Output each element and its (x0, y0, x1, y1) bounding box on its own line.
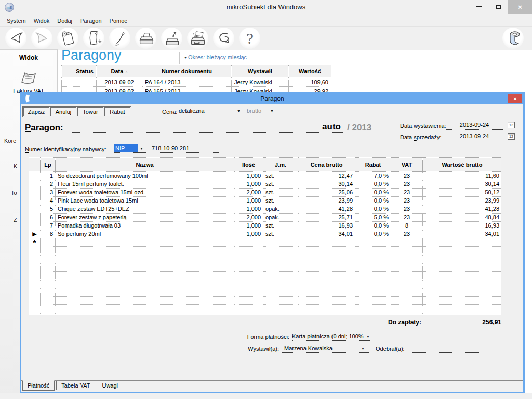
menu-item-widok[interactable]: Widok (33, 17, 50, 25)
cell-value: 109,60 (289, 77, 331, 87)
item-row[interactable]: 1So dezodorant perfumowany 100ml1,000szt… (29, 172, 502, 180)
nav-back-button[interactable] (5, 28, 26, 49)
cell-nazwa (56, 297, 234, 305)
calendar-icon[interactable]: 12 (508, 133, 515, 140)
cell-marker (29, 222, 41, 230)
cell-cena: 25,71 (298, 214, 355, 222)
undo-button[interactable] (213, 28, 234, 49)
price-type-select[interactable]: detaliczna ▼ (178, 107, 242, 115)
period-filter-link[interactable]: ▾Okres: bieżący miesiąc (184, 54, 247, 60)
chevron-down-icon: ▾ (184, 55, 187, 60)
new-document-button[interactable] (83, 28, 104, 49)
back-arrow-icon (6, 29, 26, 48)
col-status[interactable]: Status (73, 65, 97, 77)
col-cena-brutto[interactable]: Cena brutto (298, 158, 355, 172)
sidebar-clipped-label[interactable]: Kore (4, 138, 16, 144)
menu-item-system[interactable]: System (6, 17, 26, 25)
save-button[interactable]: Zapisz (23, 107, 49, 116)
cell-rabat: 5,0 % (355, 214, 391, 222)
issue-date-field[interactable]: 2013-09-24 (446, 122, 503, 130)
item-row[interactable]: 3Forever woda toaletowa 15ml ozd.2,000sz… (29, 189, 502, 197)
tab-platnosc[interactable]: Płatność (22, 380, 55, 391)
buyer-id-type-select[interactable]: NIP ▼ (114, 144, 148, 153)
print-archive-button[interactable] (187, 28, 208, 49)
cell-marker (29, 189, 41, 197)
window-title: mikroSubiekt dla Windows (0, 3, 532, 11)
cell-wartosc: 23,99 (423, 197, 502, 205)
product-button[interactable]: Towar (77, 107, 103, 116)
cell-lp (41, 255, 56, 263)
issuer-select[interactable]: Marzena Kowalska ▼ (282, 344, 369, 353)
minimize-button[interactable] (469, 0, 488, 14)
cell-lp: 7 (41, 222, 56, 230)
col-rabat[interactable]: Rabat (355, 158, 391, 172)
item-row[interactable]: 7Pomadka długotrwała 031,000szt.16,930,0… (29, 222, 502, 230)
col-ilosc[interactable]: Ilość (234, 158, 263, 172)
tab-tabela-vat[interactable]: Tabela VAT (56, 381, 95, 390)
col-jm[interactable]: J.m. (263, 158, 298, 172)
item-row[interactable]: 6Forever zestaw z papeterią2,000opak.25,… (29, 214, 502, 222)
print-button[interactable] (135, 28, 156, 49)
receiver-field[interactable] (408, 344, 491, 353)
calendar-icon[interactable]: 12 (508, 122, 515, 128)
price-mode-select[interactable]: brutto ▼ (246, 107, 275, 115)
cell-lp: 8 (41, 230, 56, 238)
col-numer[interactable]: Numer dokumentu (142, 65, 232, 77)
item-row[interactable]: * (29, 238, 502, 247)
item-row[interactable]: ▶8So perfumy 20ml1,000szt.34,010,0 %2334… (29, 230, 502, 238)
col-vat[interactable]: VAT (391, 158, 423, 172)
chevron-down-icon: ▼ (140, 147, 143, 150)
cell-ilosc (234, 238, 263, 247)
minimize-icon (476, 6, 482, 7)
receipt-row[interactable]: 2013-09-02 PA 164 / 2013 Jerzy Kowalski … (62, 77, 331, 87)
cell-vat: 23 (391, 214, 423, 222)
sidebar-clipped-label[interactable]: Z (14, 217, 17, 223)
col-data-label: Data (111, 68, 124, 74)
cancel-button[interactable]: Anuluj (50, 107, 76, 116)
receipt-printer-button[interactable] (502, 28, 524, 49)
tab-uwagi[interactable]: Uwagi (97, 381, 123, 390)
item-row[interactable]: 4Pink Lace woda toaletowa 15ml1,000szt.2… (29, 197, 502, 205)
print-export-button[interactable] (161, 28, 182, 49)
buyer-id-field[interactable]: 718-10-90-281 (150, 144, 219, 153)
col-data[interactable]: Data▵ (97, 65, 142, 77)
cell-rabat: 0,0 % (355, 205, 391, 214)
sidebar-clipped-label[interactable]: K (14, 163, 17, 169)
item-row[interactable]: 5Chique zestaw EDT25+DEZ1,000opak.41,280… (29, 205, 502, 214)
close-button[interactable]: × (508, 0, 532, 14)
empty-row (29, 272, 502, 280)
discount-button[interactable]: Rabat (104, 107, 130, 116)
cell-vat (391, 305, 423, 313)
issue-date-label: Data wystawienia: (400, 123, 446, 129)
cell-vat (391, 255, 423, 263)
menu-item-paragon[interactable]: Paragon (79, 17, 102, 25)
col-lp[interactable]: Lp (41, 158, 56, 172)
maximize-button[interactable] (488, 0, 508, 14)
sidebar-item-faktury-vat[interactable]: Faktury VAT (0, 70, 57, 94)
help-button[interactable]: ? (239, 28, 260, 49)
document-number-field[interactable]: auto (72, 122, 343, 133)
cell-vat: 23 (391, 172, 423, 180)
payment-method-select[interactable]: Karta płatnicza (0 dni; 100% ▼ (292, 332, 370, 341)
col-nazwa[interactable]: Nazwa (56, 158, 234, 172)
menu-item-dodaj[interactable]: Dodaj (57, 17, 73, 25)
nav-forward-button[interactable] (31, 28, 52, 49)
sidebar-clipped-label[interactable]: To (11, 190, 17, 196)
sale-date-field[interactable]: 2013-09-24 (446, 133, 503, 141)
help-icon: ? (240, 29, 260, 48)
cell-wartosc (423, 247, 502, 255)
cell-rabat (355, 297, 391, 305)
item-row[interactable]: 2Fleur 15ml perfumy toalet.1,000szt.30,1… (29, 180, 502, 189)
cell-cena (298, 288, 355, 297)
dialog-close-button[interactable]: × (508, 94, 522, 103)
edit-button[interactable] (109, 28, 130, 49)
cell-wartosc: 30,14 (423, 180, 502, 189)
menu-item-pomoc[interactable]: Pomoc (109, 17, 128, 25)
cell-rabat: 0,0 % (355, 180, 391, 189)
col-wystawil[interactable]: Wystawił (232, 65, 289, 77)
col-wartosc-brutto[interactable]: Wartość brutto (423, 158, 502, 172)
col-wartosc[interactable]: Wartość (289, 65, 331, 77)
operations-button[interactable] (57, 28, 78, 49)
cell-cena (298, 297, 355, 305)
cell-nazwa: Pomadka długotrwała 03 (56, 222, 234, 230)
